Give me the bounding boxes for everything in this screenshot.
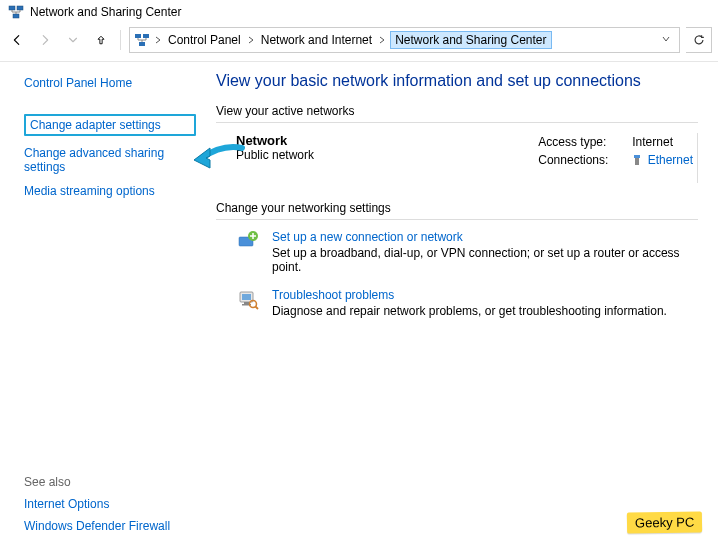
watermark: Geeky PC bbox=[627, 511, 703, 533]
settings-item-title[interactable]: Set up a new connection or network bbox=[272, 230, 463, 244]
settings-list: Set up a new connection or network Set u… bbox=[216, 230, 698, 318]
connections-label: Connections: bbox=[538, 151, 620, 169]
sidebar-item-change-adapter[interactable]: Change adapter settings bbox=[24, 114, 196, 136]
back-button[interactable] bbox=[6, 29, 28, 51]
chevron-right-icon[interactable] bbox=[152, 36, 164, 44]
divider bbox=[216, 219, 698, 220]
chevron-right-icon[interactable] bbox=[245, 36, 257, 44]
network-name: Network bbox=[236, 133, 314, 148]
svg-rect-6 bbox=[634, 155, 640, 158]
see-also-label: See also bbox=[24, 475, 170, 489]
troubleshoot-icon bbox=[236, 288, 260, 312]
settings-item-desc: Diagnose and repair network problems, or… bbox=[272, 304, 667, 318]
access-type-value: Internet bbox=[632, 133, 673, 151]
svg-line-15 bbox=[256, 307, 259, 310]
ethernet-icon bbox=[632, 153, 642, 165]
refresh-button[interactable] bbox=[686, 27, 712, 53]
svg-rect-0 bbox=[9, 6, 15, 10]
svg-rect-4 bbox=[143, 34, 149, 38]
network-details: Access type: Internet Connections: Ether… bbox=[538, 133, 693, 169]
new-connection-icon bbox=[236, 230, 260, 254]
sidebar-home-link[interactable]: Control Panel Home bbox=[24, 76, 196, 90]
window-title: Network and Sharing Center bbox=[30, 5, 181, 19]
active-networks-label: View your active networks bbox=[216, 104, 698, 118]
up-button[interactable] bbox=[90, 29, 112, 51]
chevron-right-icon[interactable] bbox=[376, 36, 388, 44]
breadcrumb-item[interactable]: Network and Internet bbox=[259, 33, 374, 47]
connections-value: Ethernet bbox=[632, 151, 693, 169]
svg-rect-2 bbox=[13, 14, 19, 18]
nav-separator bbox=[120, 30, 121, 50]
settings-item-title[interactable]: Troubleshoot problems bbox=[272, 288, 394, 302]
active-network-pane: Network Public network Access type: Inte… bbox=[216, 133, 698, 183]
address-bar[interactable]: Control Panel Network and Internet Netwo… bbox=[129, 27, 680, 53]
network-center-icon bbox=[8, 4, 24, 20]
svg-rect-11 bbox=[242, 294, 251, 300]
change-settings-label: Change your networking settings bbox=[216, 201, 698, 215]
breadcrumb-item[interactable]: Control Panel bbox=[166, 33, 243, 47]
address-dropdown-button[interactable] bbox=[657, 33, 675, 47]
settings-item-troubleshoot[interactable]: Troubleshoot problems Diagnose and repai… bbox=[236, 288, 698, 318]
see-also-defender-firewall[interactable]: Windows Defender Firewall bbox=[24, 519, 170, 533]
content-body: Control Panel Home Change adapter settin… bbox=[0, 62, 718, 545]
see-also: See also Internet Options Windows Defend… bbox=[24, 475, 170, 533]
settings-item-new-connection[interactable]: Set up a new connection or network Set u… bbox=[236, 230, 698, 274]
svg-rect-12 bbox=[244, 302, 249, 304]
sidebar: Control Panel Home Change adapter settin… bbox=[0, 62, 208, 545]
page-title: View your basic network information and … bbox=[216, 72, 698, 90]
settings-item-desc: Set up a broadband, dial-up, or VPN conn… bbox=[272, 246, 698, 274]
svg-rect-5 bbox=[139, 42, 145, 46]
network-identity: Network Public network bbox=[236, 133, 314, 169]
sidebar-item-media-streaming[interactable]: Media streaming options bbox=[24, 184, 196, 198]
nav-toolbar: Control Panel Network and Internet Netwo… bbox=[0, 24, 718, 62]
access-type-label: Access type: bbox=[538, 133, 620, 151]
main-content: View your basic network information and … bbox=[208, 62, 718, 545]
breadcrumb-item-current[interactable]: Network and Sharing Center bbox=[390, 31, 551, 49]
ethernet-link[interactable]: Ethernet bbox=[648, 153, 693, 167]
recent-locations-button[interactable] bbox=[62, 29, 84, 51]
sidebar-item-advanced-sharing[interactable]: Change advanced sharing settings bbox=[24, 146, 184, 174]
network-type: Public network bbox=[236, 148, 314, 162]
see-also-internet-options[interactable]: Internet Options bbox=[24, 497, 170, 511]
svg-rect-1 bbox=[17, 6, 23, 10]
titlebar: Network and Sharing Center bbox=[0, 0, 718, 24]
forward-button[interactable] bbox=[34, 29, 56, 51]
svg-rect-7 bbox=[635, 158, 639, 165]
divider bbox=[216, 122, 698, 123]
breadcrumb-root-icon bbox=[134, 32, 150, 48]
svg-rect-3 bbox=[135, 34, 141, 38]
